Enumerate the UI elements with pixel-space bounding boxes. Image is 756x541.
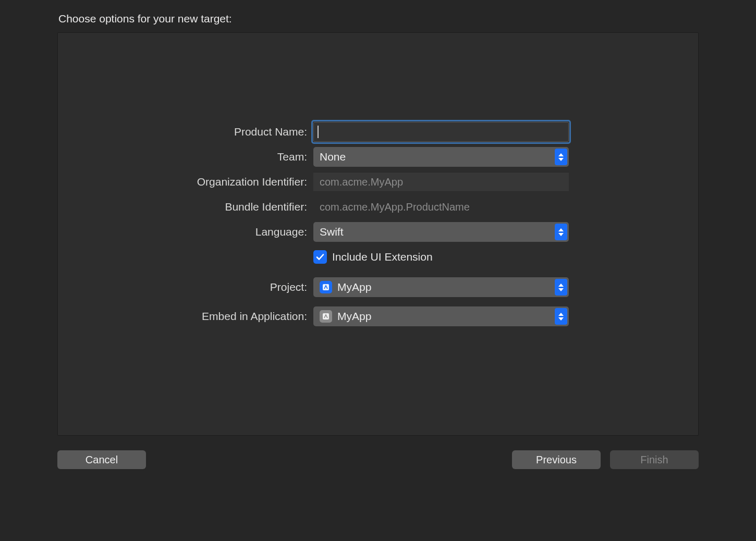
language-label: Language: xyxy=(58,226,313,238)
language-value: Swift xyxy=(320,226,344,238)
product-name-control xyxy=(313,122,569,142)
chevron-up-down-icon xyxy=(555,149,567,165)
bundle-id-label: Bundle Identifier: xyxy=(58,201,313,213)
row-org-id: Organization Identifier: com.acme.MyApp xyxy=(58,171,698,192)
previous-button[interactable]: Previous xyxy=(512,450,601,469)
row-embed: Embed in Application: MyApp xyxy=(58,306,698,327)
product-name-label: Product Name: xyxy=(58,126,313,138)
org-id-value: com.acme.MyApp xyxy=(320,176,403,188)
checkbox-box xyxy=(313,250,327,264)
app-icon xyxy=(320,310,332,323)
row-bundle-id: Bundle Identifier: com.acme.MyApp.Produc… xyxy=(58,196,698,217)
cancel-button[interactable]: Cancel xyxy=(57,450,146,469)
finish-button[interactable]: Finish xyxy=(610,450,699,469)
team-value: None xyxy=(320,151,346,163)
include-ui-ext-label: Include UI Extension xyxy=(332,251,433,263)
embed-popup[interactable]: MyApp xyxy=(313,306,569,326)
options-panel: Product Name: Team: None xyxy=(57,32,699,436)
chevron-up-down-icon xyxy=(555,279,567,296)
product-name-input[interactable] xyxy=(313,122,569,142)
team-popup[interactable]: None xyxy=(313,147,569,167)
chevron-up-down-icon xyxy=(555,224,567,240)
project-value: MyApp xyxy=(337,281,371,293)
language-popup[interactable]: Swift xyxy=(313,222,569,242)
team-label: Team: xyxy=(58,151,313,163)
row-project: Project: MyApp xyxy=(58,277,698,298)
chevron-up-down-icon xyxy=(555,308,567,325)
text-caret xyxy=(318,126,319,138)
project-popup[interactable]: MyApp xyxy=(313,277,569,297)
embed-value: MyApp xyxy=(337,310,371,323)
checkmark-icon xyxy=(315,252,325,262)
org-id-label: Organization Identifier: xyxy=(58,176,313,188)
row-product-name: Product Name: xyxy=(58,121,698,142)
options-form: Product Name: Team: None xyxy=(58,121,698,335)
project-label: Project: xyxy=(58,281,313,293)
dialog-title: Choose options for your new target: xyxy=(57,9,699,32)
row-team: Team: None xyxy=(58,146,698,167)
xcode-project-icon xyxy=(320,281,332,293)
button-bar-right: Previous Finish xyxy=(512,450,699,469)
bundle-id-value: com.acme.MyApp.ProductName xyxy=(313,197,569,217)
button-bar: Cancel Previous Finish xyxy=(57,436,699,469)
org-id-field[interactable]: com.acme.MyApp xyxy=(313,172,569,192)
new-target-options-dialog: Choose options for your new target: Prod… xyxy=(42,0,714,485)
embed-label: Embed in Application: xyxy=(58,310,313,323)
row-language: Language: Swift xyxy=(58,222,698,242)
row-include-ui-ext: Include UI Extension xyxy=(58,247,698,267)
include-ui-ext-checkbox[interactable]: Include UI Extension xyxy=(313,247,569,267)
